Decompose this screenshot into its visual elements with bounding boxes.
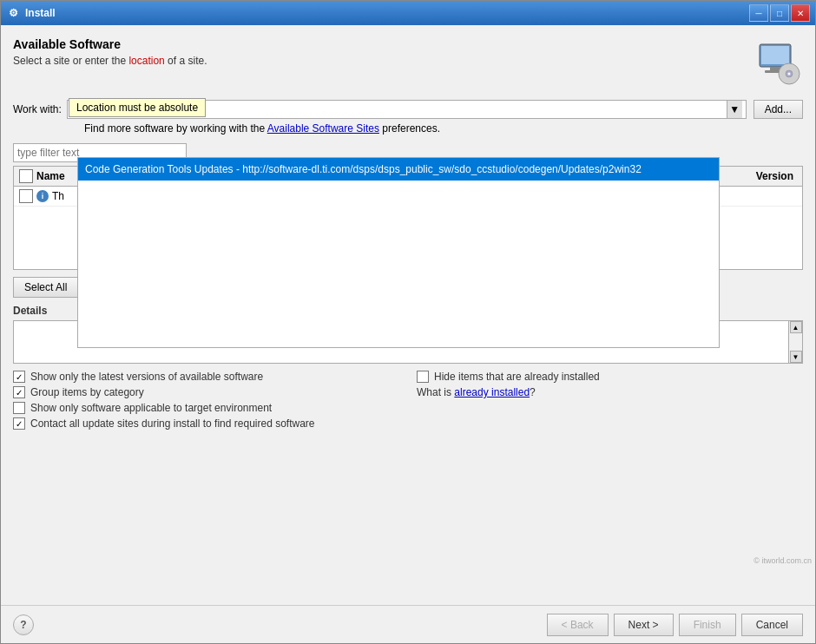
checkbox-hide-installed[interactable] <box>417 371 429 383</box>
label-target-env: Show only software applicable to target … <box>30 402 272 414</box>
page-header: Available Software Select a site or ente… <box>13 37 803 67</box>
select-all-button[interactable]: Select All <box>13 277 78 298</box>
window-title: Install <box>25 7 749 19</box>
label-what-is: What is already installed? <box>417 386 536 398</box>
dropdown-link-1[interactable]: http://software-dl.ti.com/dsps/dsps_publ… <box>242 163 642 175</box>
details-scrollbar: ▲ ▼ <box>788 321 802 363</box>
manage-line: Find more software by working with the A… <box>84 122 803 135</box>
watermark: © itworld.com.cn <box>753 556 812 565</box>
maximize-button[interactable]: □ <box>770 4 789 22</box>
already-installed-link[interactable]: already installed <box>454 386 530 398</box>
next-button[interactable]: Next > <box>614 614 674 636</box>
checkbox-target-env[interactable] <box>13 402 25 414</box>
svg-point-6 <box>788 73 791 76</box>
option-hide-installed: Hide items that are already installed <box>417 371 803 383</box>
tooltip: Location must be absolute <box>69 98 206 117</box>
info-icon: i <box>36 190 49 202</box>
footer: ? < Back Next > Finish Cancel <box>1 605 815 643</box>
title-bar: ⚙ Install ─ □ ✕ <box>1 1 815 25</box>
row-checkbox[interactable] <box>19 189 33 203</box>
title-controls: ─ □ ✕ <box>749 4 810 22</box>
option-already-installed-link: What is already installed? <box>417 386 803 398</box>
option-target-env: Show only software applicable to target … <box>13 402 399 414</box>
scroll-down-arrow[interactable]: ▼ <box>790 351 802 363</box>
add-button[interactable]: Add... <box>753 100 803 119</box>
row-text: Th <box>52 190 64 202</box>
back-button[interactable]: < Back <box>547 614 609 636</box>
checkbox-latest-versions[interactable] <box>13 371 25 383</box>
main-content: Available Software Select a site or ente… <box>1 25 815 605</box>
column-name: Name <box>36 170 65 182</box>
label-hide-installed: Hide items that are already installed <box>434 371 600 383</box>
header-checkbox[interactable] <box>19 169 33 183</box>
options-section: Show only the latest versions of availab… <box>13 371 803 430</box>
option-contact-update-sites: Contact all update sites during install … <box>13 417 803 430</box>
close-button[interactable]: ✕ <box>791 4 810 22</box>
minimize-button[interactable]: ─ <box>749 4 768 22</box>
work-with-label: Work with: <box>13 103 62 115</box>
scroll-up-arrow[interactable]: ▲ <box>790 321 802 333</box>
install-window: ⚙ Install ─ □ ✕ Available Soft <box>0 0 816 644</box>
checkbox-contact-update-sites[interactable] <box>13 417 25 430</box>
page-title: Available Software <box>13 37 803 51</box>
page-subtitle: Select a site or enter the location of a… <box>13 55 803 67</box>
label-latest-versions: Show only the latest versions of availab… <box>30 371 263 383</box>
dropdown-item-1[interactable]: Code Generation Tools Updates - http://s… <box>78 158 719 181</box>
available-software-sites-link[interactable]: Available Software Sites <box>267 122 379 135</box>
option-group-category: Group items by category <box>13 386 399 398</box>
svg-rect-2 <box>770 67 780 70</box>
dropdown-popup[interactable]: Code Generation Tools Updates - http://s… <box>77 157 720 348</box>
footer-buttons: < Back Next > Finish Cancel <box>547 614 803 636</box>
window-icon: ⚙ <box>6 6 20 20</box>
highlight-text: location <box>128 55 164 67</box>
combo-arrow[interactable]: ▼ <box>727 101 742 118</box>
finish-button[interactable]: Finish <box>679 614 736 636</box>
label-group-category: Group items by category <box>30 386 144 398</box>
option-latest-versions: Show only the latest versions of availab… <box>13 371 399 383</box>
checkbox-group-category[interactable] <box>13 386 25 398</box>
cancel-button[interactable]: Cancel <box>741 614 803 636</box>
label-contact-update-sites: Contact all update sites during install … <box>30 417 315 430</box>
header-icon <box>751 37 803 89</box>
svg-rect-1 <box>761 46 789 64</box>
column-version: Version <box>756 170 793 182</box>
help-button[interactable]: ? <box>13 614 34 635</box>
